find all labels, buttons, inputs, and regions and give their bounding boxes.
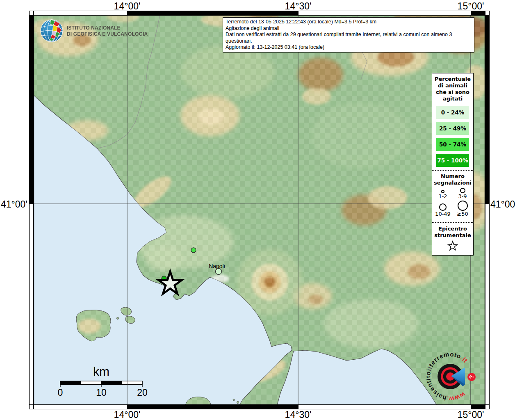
frame-corner (485, 11, 490, 15)
count-circle-3-9 (460, 188, 465, 193)
ingv-logo: ISTITUTO NAZIONALE DI GEOFISICA E VULCAN… (40, 19, 155, 43)
axis-label-top-15-00: 15°00' (458, 1, 484, 12)
axis-label-left-41-00: 41°00' (1, 199, 27, 210)
frame-segment (298, 11, 471, 15)
frame-segment (298, 405, 471, 409)
frame-segment (34, 405, 128, 409)
event-info-line: Aggiornato il: 13-12-2025 03:41 (ora loc… (226, 44, 472, 51)
frame-segment (471, 11, 485, 15)
frame-segment (127, 405, 299, 409)
frame-corner (485, 405, 490, 409)
axis-label-bottom-14-00: 14°00' (114, 409, 141, 420)
count-circle-1-2 (441, 190, 444, 193)
frame-corner (29, 11, 34, 15)
islet (233, 399, 235, 401)
axis-label-top-14-00: 14°00' (114, 1, 141, 12)
axis-label-right-41-00: 41°00' (490, 199, 515, 210)
islet (237, 402, 239, 404)
frame-segment (127, 11, 299, 15)
frame-segment (29, 15, 34, 204)
axis-label-top-14-30: 14°30' (285, 1, 312, 12)
scale-tick-10: 10 (96, 387, 107, 398)
frame-corner (29, 405, 34, 409)
scale-bar-unit: km (93, 365, 109, 378)
scale-tick-20: 20 (137, 387, 148, 398)
city-label-napoli: Napoli (209, 263, 225, 269)
legend-panel: Percentuale di animali che si sono agita… (432, 73, 474, 256)
legend-counts-grid: 1-2 3-9 10-49 ≥50 (432, 187, 473, 220)
legend-counts-title: Numero segnalazioni (432, 171, 473, 187)
event-info-line: Agitazione degli animali (226, 25, 472, 32)
event-info-line: Terremoto del 13-05-2025 12:22:43 (ora l… (226, 19, 472, 25)
report-marker (191, 248, 196, 253)
islet (117, 317, 119, 320)
frame-segment (485, 204, 490, 405)
frame-segment (29, 204, 34, 405)
legend-percent-title: Percentuale di animali che si sono agita… (432, 73, 473, 103)
legend-class-50-74: 50 - 74% (436, 138, 469, 151)
scale-tick-0: 0 (58, 387, 63, 398)
question-mark: ? (468, 375, 475, 379)
map-page: 14°00' 14°30' 15°00' 14°00' 14°30' 15°00… (0, 0, 515, 420)
legend-class-0-24: 0 - 24% (436, 106, 469, 119)
ingv-logo-text: ISTITUTO NAZIONALE DI GEOFISICA E VULCAN… (67, 25, 148, 37)
legend-epicenter-title: Epicentro strumentale (432, 223, 473, 240)
legend-class-25-49: 25 - 49% (436, 122, 469, 135)
frame-segment (34, 11, 128, 15)
event-info-box: Terremoto del 13-05-2025 12:22:43 (ora l… (223, 17, 474, 52)
count-circle-50plus (458, 201, 468, 211)
event-info-line: Dati non verificati estratti da 29 quest… (226, 32, 472, 44)
topographic-map: km 0 10 20 Napoli (34, 15, 485, 405)
ingv-logo-globe (40, 19, 64, 43)
axis-label-bottom-14-30: 14°30' (285, 409, 312, 420)
legend-epicenter-star-icon (447, 240, 459, 252)
axis-label-bottom-15-00: 15°00' (458, 409, 484, 420)
legend-class-75-100: 75 - 100% (436, 154, 469, 167)
frame-segment (485, 15, 490, 204)
count-circle-10-49 (439, 203, 447, 211)
frame-segment (471, 405, 485, 409)
